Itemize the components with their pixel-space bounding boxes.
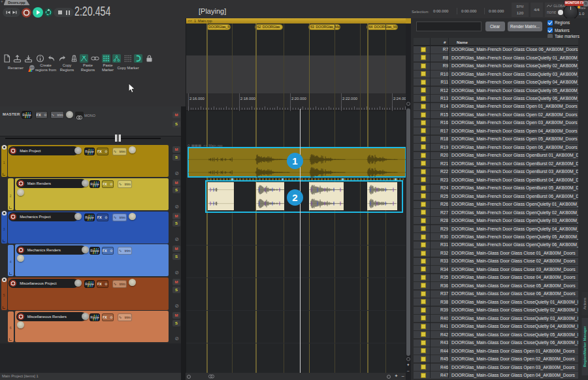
svg-text:SWS: SWS [30,67,35,69]
